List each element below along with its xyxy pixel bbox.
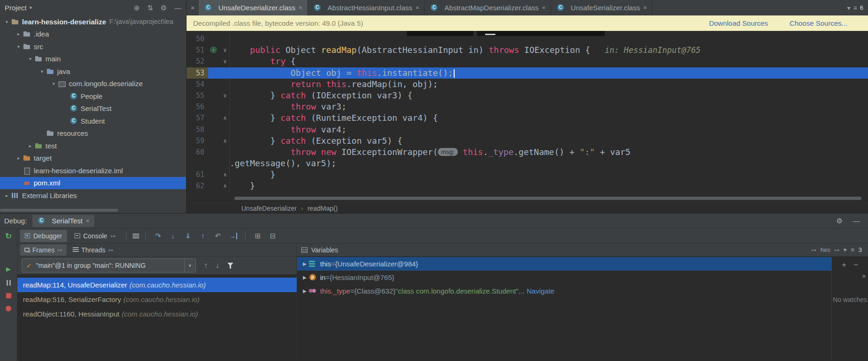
evaluate-expression-icon[interactable]: ⊞ — [252, 232, 264, 240]
pause-program-icon[interactable] — [7, 280, 11, 286]
code-line[interactable]: 60 throw new IOExceptionWrapper(msg: thi… — [187, 147, 868, 158]
chevron-down-icon[interactable]: ▾ — [844, 246, 847, 253]
tree-item-target[interactable]: ▸target — [0, 152, 186, 165]
event-log-icon[interactable]: ≡ — [853, 4, 857, 12]
editor-tab-unsafeserializer-class[interactable]: UnsafeSerializer.class× — [551, 0, 652, 15]
gutter-line-number[interactable]: 55 — [187, 90, 208, 101]
gutter-line-number[interactable] — [187, 158, 208, 169]
locate-file-icon[interactable]: ⊕ — [134, 4, 140, 12]
drop-frame-icon[interactable]: ↶ — [212, 232, 224, 240]
tab-threads[interactable]: Threads ↦ — [68, 244, 117, 256]
pin-tab-icon[interactable]: ↦ — [108, 247, 113, 253]
code-line[interactable]: 53 Object obj = this.instantiate(); — [187, 67, 868, 79]
close-icon[interactable]: × — [643, 4, 647, 11]
run-to-cursor-icon[interactable]: → — [227, 232, 239, 240]
gutter-line-number[interactable]: 62 — [187, 180, 208, 192]
code-line[interactable]: 61∧ } — [187, 169, 868, 180]
tree-collapsed-icon[interactable]: ▸ — [26, 143, 34, 148]
tree-expanded-icon[interactable]: ▾ — [26, 56, 34, 61]
tree-item-main[interactable]: ▾main — [0, 53, 186, 66]
expand-arrow-icon[interactable]: ▶ — [300, 288, 309, 294]
close-icon[interactable]: × — [299, 4, 302, 11]
code-line[interactable]: 56 throw var3; — [187, 101, 868, 112]
pin-tab-icon[interactable]: ↦ — [812, 247, 816, 253]
tree-item-com-longofo-deserialize[interactable]: ▾com.longofo.deserialize — [0, 78, 186, 90]
tree-item-serialtest[interactable]: SerialTest — [0, 103, 186, 115]
code-line[interactable]: 51↑∨ public Object readMap(AbstractHessi… — [187, 44, 868, 56]
settings-layout-icon[interactable]: ⊟ — [267, 232, 279, 240]
rerun-icon[interactable]: ↻ — [5, 231, 12, 241]
thread-selector[interactable]: ✓ "main"@1 in group "main": RUNNING ▾ — [22, 258, 196, 273]
gutter-line-number[interactable]: 58 — [187, 124, 208, 135]
hide-library-frames-icon[interactable] — [227, 263, 233, 269]
event-log-icon[interactable]: ≡ — [851, 246, 854, 253]
tab-frames[interactable]: Frames ↦ — [20, 244, 67, 256]
fold-marker-icon[interactable]: ∨ — [220, 90, 230, 101]
variable-row-in[interactable]: ▶in = {HessianInput@765} — [297, 271, 831, 284]
settings-gear-icon[interactable]: ⚙ — [161, 4, 167, 12]
hide-panel-icon[interactable]: — — [174, 4, 181, 12]
choose-sources-link[interactable]: Choose Sources... — [790, 19, 847, 27]
tree-item-learn-hession-deserialize[interactable]: ▾learn-hession-deserializeF:\java\javapr… — [0, 15, 186, 28]
layout-menu-icon[interactable] — [133, 234, 139, 238]
fold-marker-icon[interactable]: ∨ — [220, 44, 230, 56]
settings-gear-icon[interactable]: ⚙ — [837, 217, 843, 225]
step-out-icon[interactable]: ↑ — [197, 232, 209, 240]
stack-frame[interactable]: readMap:114, UnsafeDeserializer (com.cau… — [17, 278, 297, 292]
close-icon[interactable]: × — [416, 4, 419, 11]
editor-tab-abstractmapdeserializer-class[interactable]: AbstractMapDeserializer.class× — [425, 0, 551, 15]
breadcrumb-class[interactable]: UnsafeDeserializer — [241, 205, 297, 212]
project-panel-title[interactable]: Project — [5, 4, 27, 12]
next-frame-icon[interactable]: ↓ — [216, 261, 219, 270]
editor-tab-abstracthessianinput-class[interactable]: AbstractHessianInput.class× — [308, 0, 425, 15]
gutter-line-number[interactable]: 60 — [187, 147, 208, 158]
remove-watch-icon[interactable]: − — [854, 261, 858, 269]
pin-tab-icon[interactable]: ↦ — [835, 247, 839, 253]
breadcrumb-method[interactable]: readMap() — [307, 205, 338, 212]
code-line[interactable]: 62∧ } — [187, 180, 868, 192]
stop-icon[interactable] — [6, 293, 11, 298]
close-icon[interactable]: × — [542, 4, 546, 11]
close-icon[interactable]: × — [86, 217, 90, 224]
tree-collapsed-icon[interactable]: ▸ — [15, 155, 22, 161]
debug-session-tab[interactable]: SerialTest × — [32, 215, 94, 227]
tree-item-learn-hession-deserialize-iml[interactable]: learn-hession-deserialize.iml — [0, 164, 186, 177]
tree-item-student[interactable]: Student — [0, 115, 186, 127]
tree-item-external-libraries[interactable]: ▸External Libraries — [0, 189, 186, 202]
force-step-into-icon[interactable]: ⇓ — [182, 232, 194, 240]
tree-item-resources[interactable]: resources — [0, 127, 186, 140]
tree-item-idea[interactable]: ▸.idea — [0, 28, 186, 41]
tree-item-people[interactable]: People — [0, 90, 186, 103]
step-into-icon[interactable]: ↓ — [167, 232, 179, 240]
tree-expanded-icon[interactable]: ▾ — [3, 19, 11, 24]
code-editor[interactable]: 5051↑∨ public Object readMap(AbstractHes… — [187, 31, 868, 203]
chevron-down-icon[interactable]: ▾ — [847, 4, 851, 12]
navigate-link[interactable]: Navigate — [527, 287, 554, 295]
stack-frame[interactable]: readObject:1160, HessianInput (com.cauch… — [17, 307, 297, 321]
variable-row-this-type[interactable]: ▶this._type = {Class@632} "class com.lon… — [297, 284, 831, 298]
expand-arrow-icon[interactable]: ▶ — [300, 275, 309, 280]
code-line[interactable]: 54 return this.readMap(in, obj); — [187, 79, 868, 90]
gutter-line-number[interactable]: 59 — [187, 135, 208, 147]
gutter-line-number[interactable]: 52 — [187, 56, 208, 67]
gutter-line-number[interactable]: 54 — [187, 79, 208, 90]
fold-marker-icon[interactable]: ∨ — [220, 56, 230, 67]
tree-expanded-icon[interactable]: ▾ — [38, 69, 46, 74]
code-line[interactable]: 55∨ } catch (IOException var3) { — [187, 90, 868, 101]
chevron-down-icon[interactable]: ▾ — [184, 259, 191, 272]
code-line[interactable]: 58 throw var4; — [187, 124, 868, 135]
gutter-line-number[interactable]: 50 — [187, 33, 208, 44]
stack-frame[interactable]: readMap:516, SerializerFactory (com.cauc… — [17, 292, 297, 307]
gutter-line-number[interactable]: 56 — [187, 101, 208, 112]
code-line[interactable]: 57∧ } catch (RuntimeException var4) { — [187, 112, 868, 124]
tree-expanded-icon[interactable]: ▾ — [15, 44, 22, 49]
pin-tab-icon[interactable]: ↦ — [111, 233, 115, 239]
code-line[interactable]: .getMessage(), var5); — [187, 158, 868, 169]
resume-program-icon[interactable]: ▶ — [6, 265, 11, 273]
editor-tab-unsafedeserializer-class[interactable]: UnsafeDeserializer.class× — [199, 0, 308, 15]
fold-marker-icon[interactable]: ∧ — [220, 112, 230, 124]
tree-item-test[interactable]: ▸test — [0, 140, 186, 152]
gutter-line-number[interactable]: 51 — [187, 44, 208, 56]
code-line[interactable]: 59∧ } catch (Exception var5) { — [187, 135, 868, 147]
collapse-all-icon[interactable]: ⇅ — [147, 4, 153, 12]
